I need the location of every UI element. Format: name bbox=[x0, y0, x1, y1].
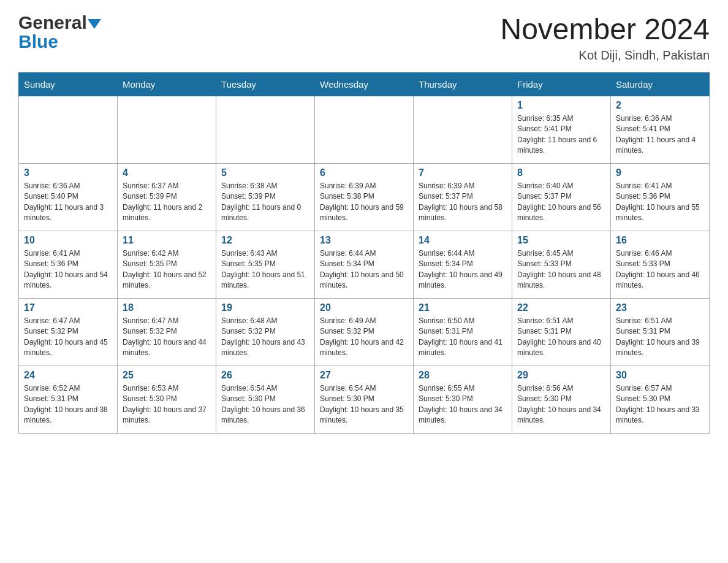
calendar-cell: 28Sunrise: 6:55 AM Sunset: 5:30 PM Dayli… bbox=[414, 366, 512, 434]
day-info: Sunrise: 6:39 AM Sunset: 5:37 PM Dayligh… bbox=[419, 181, 507, 224]
day-number: 4 bbox=[123, 167, 211, 178]
day-number: 15 bbox=[517, 235, 605, 246]
day-number: 2 bbox=[616, 100, 704, 111]
calendar-cell: 23Sunrise: 6:51 AM Sunset: 5:31 PM Dayli… bbox=[611, 299, 710, 366]
calendar-cell: 7Sunrise: 6:39 AM Sunset: 5:37 PM Daylig… bbox=[414, 164, 512, 231]
calendar-cell bbox=[414, 96, 512, 164]
weekday-header-friday: Friday bbox=[512, 73, 611, 96]
day-info: Sunrise: 6:49 AM Sunset: 5:32 PM Dayligh… bbox=[320, 316, 408, 359]
calendar-week-row: 10Sunrise: 6:41 AM Sunset: 5:36 PM Dayli… bbox=[19, 231, 710, 299]
day-number: 30 bbox=[616, 370, 704, 381]
day-number: 8 bbox=[517, 167, 605, 178]
day-number: 19 bbox=[221, 302, 309, 313]
calendar-cell: 25Sunrise: 6:53 AM Sunset: 5:30 PM Dayli… bbox=[118, 366, 216, 434]
calendar-cell: 11Sunrise: 6:42 AM Sunset: 5:35 PM Dayli… bbox=[118, 231, 216, 299]
day-number: 25 bbox=[123, 370, 211, 381]
calendar-cell: 20Sunrise: 6:49 AM Sunset: 5:32 PM Dayli… bbox=[315, 299, 414, 366]
title-area: November 2024 Kot Diji, Sindh, Pakistan bbox=[500, 12, 710, 63]
day-info: Sunrise: 6:37 AM Sunset: 5:39 PM Dayligh… bbox=[123, 181, 211, 224]
calendar-cell: 12Sunrise: 6:43 AM Sunset: 5:35 PM Dayli… bbox=[216, 231, 315, 299]
calendar-cell: 3Sunrise: 6:36 AM Sunset: 5:40 PM Daylig… bbox=[19, 164, 118, 231]
weekday-header-tuesday: Tuesday bbox=[216, 73, 315, 96]
day-number: 1 bbox=[517, 100, 605, 111]
day-number: 5 bbox=[221, 167, 309, 178]
calendar-cell bbox=[118, 96, 216, 164]
calendar-cell: 26Sunrise: 6:54 AM Sunset: 5:30 PM Dayli… bbox=[216, 366, 315, 434]
day-info: Sunrise: 6:46 AM Sunset: 5:33 PM Dayligh… bbox=[616, 248, 704, 291]
calendar-cell: 5Sunrise: 6:38 AM Sunset: 5:39 PM Daylig… bbox=[216, 164, 315, 231]
calendar-cell: 6Sunrise: 6:39 AM Sunset: 5:38 PM Daylig… bbox=[315, 164, 414, 231]
day-info: Sunrise: 6:36 AM Sunset: 5:41 PM Dayligh… bbox=[616, 113, 704, 156]
day-number: 22 bbox=[517, 302, 605, 313]
day-number: 11 bbox=[123, 235, 211, 246]
day-number: 26 bbox=[221, 370, 309, 381]
day-info: Sunrise: 6:36 AM Sunset: 5:40 PM Dayligh… bbox=[24, 181, 112, 224]
calendar-cell: 10Sunrise: 6:41 AM Sunset: 5:36 PM Dayli… bbox=[19, 231, 118, 299]
calendar-week-row: 1Sunrise: 6:35 AM Sunset: 5:41 PM Daylig… bbox=[19, 96, 710, 164]
calendar-cell: 21Sunrise: 6:50 AM Sunset: 5:31 PM Dayli… bbox=[414, 299, 512, 366]
day-info: Sunrise: 6:53 AM Sunset: 5:30 PM Dayligh… bbox=[123, 383, 211, 426]
calendar-cell: 27Sunrise: 6:54 AM Sunset: 5:30 PM Dayli… bbox=[315, 366, 414, 434]
day-number: 17 bbox=[24, 302, 112, 313]
day-info: Sunrise: 6:51 AM Sunset: 5:31 PM Dayligh… bbox=[616, 316, 704, 359]
calendar-cell: 29Sunrise: 6:56 AM Sunset: 5:30 PM Dayli… bbox=[512, 366, 611, 434]
day-info: Sunrise: 6:43 AM Sunset: 5:35 PM Dayligh… bbox=[221, 248, 309, 291]
day-info: Sunrise: 6:52 AM Sunset: 5:31 PM Dayligh… bbox=[24, 383, 112, 426]
day-number: 27 bbox=[320, 370, 408, 381]
calendar-cell: 16Sunrise: 6:46 AM Sunset: 5:33 PM Dayli… bbox=[611, 231, 710, 299]
day-number: 6 bbox=[320, 167, 408, 178]
day-number: 28 bbox=[419, 370, 507, 381]
day-info: Sunrise: 6:54 AM Sunset: 5:30 PM Dayligh… bbox=[320, 383, 408, 426]
weekday-header-thursday: Thursday bbox=[414, 73, 512, 96]
calendar-cell: 19Sunrise: 6:48 AM Sunset: 5:32 PM Dayli… bbox=[216, 299, 315, 366]
calendar-cell bbox=[216, 96, 315, 164]
logo-blue: Blue bbox=[18, 31, 58, 52]
calendar-cell: 18Sunrise: 6:47 AM Sunset: 5:32 PM Dayli… bbox=[118, 299, 216, 366]
day-info: Sunrise: 6:47 AM Sunset: 5:32 PM Dayligh… bbox=[24, 316, 112, 359]
calendar-cell: 13Sunrise: 6:44 AM Sunset: 5:34 PM Dayli… bbox=[315, 231, 414, 299]
day-number: 7 bbox=[419, 167, 507, 178]
day-info: Sunrise: 6:42 AM Sunset: 5:35 PM Dayligh… bbox=[123, 248, 211, 291]
calendar-cell: 30Sunrise: 6:57 AM Sunset: 5:30 PM Dayli… bbox=[611, 366, 710, 434]
calendar-week-row: 3Sunrise: 6:36 AM Sunset: 5:40 PM Daylig… bbox=[19, 164, 710, 231]
day-number: 20 bbox=[320, 302, 408, 313]
logo-triangle-icon bbox=[88, 19, 101, 29]
day-info: Sunrise: 6:56 AM Sunset: 5:30 PM Dayligh… bbox=[517, 383, 605, 426]
calendar-cell: 8Sunrise: 6:40 AM Sunset: 5:37 PM Daylig… bbox=[512, 164, 611, 231]
day-info: Sunrise: 6:48 AM Sunset: 5:32 PM Dayligh… bbox=[221, 316, 309, 359]
calendar-subtitle: Kot Diji, Sindh, Pakistan bbox=[500, 48, 710, 63]
logo: General Blue bbox=[18, 12, 102, 52]
day-info: Sunrise: 6:41 AM Sunset: 5:36 PM Dayligh… bbox=[616, 181, 704, 224]
calendar-cell: 22Sunrise: 6:51 AM Sunset: 5:31 PM Dayli… bbox=[512, 299, 611, 366]
day-info: Sunrise: 6:54 AM Sunset: 5:30 PM Dayligh… bbox=[221, 383, 309, 426]
calendar-cell: 15Sunrise: 6:45 AM Sunset: 5:33 PM Dayli… bbox=[512, 231, 611, 299]
weekday-header-row: SundayMondayTuesdayWednesdayThursdayFrid… bbox=[19, 73, 710, 96]
calendar-week-row: 17Sunrise: 6:47 AM Sunset: 5:32 PM Dayli… bbox=[19, 299, 710, 366]
calendar-cell bbox=[315, 96, 414, 164]
calendar-cell: 9Sunrise: 6:41 AM Sunset: 5:36 PM Daylig… bbox=[611, 164, 710, 231]
day-info: Sunrise: 6:35 AM Sunset: 5:41 PM Dayligh… bbox=[517, 113, 605, 156]
calendar-cell: 14Sunrise: 6:44 AM Sunset: 5:34 PM Dayli… bbox=[414, 231, 512, 299]
calendar-week-row: 24Sunrise: 6:52 AM Sunset: 5:31 PM Dayli… bbox=[19, 366, 710, 434]
day-info: Sunrise: 6:57 AM Sunset: 5:30 PM Dayligh… bbox=[616, 383, 704, 426]
calendar-cell: 4Sunrise: 6:37 AM Sunset: 5:39 PM Daylig… bbox=[118, 164, 216, 231]
day-info: Sunrise: 6:47 AM Sunset: 5:32 PM Dayligh… bbox=[123, 316, 211, 359]
weekday-header-wednesday: Wednesday bbox=[315, 73, 414, 96]
day-info: Sunrise: 6:44 AM Sunset: 5:34 PM Dayligh… bbox=[320, 248, 408, 291]
day-number: 18 bbox=[123, 302, 211, 313]
page-header: General Blue November 2024 Kot Diji, Sin… bbox=[18, 12, 710, 63]
day-number: 14 bbox=[419, 235, 507, 246]
day-info: Sunrise: 6:39 AM Sunset: 5:38 PM Dayligh… bbox=[320, 181, 408, 224]
logo-general: General bbox=[18, 12, 87, 33]
day-number: 23 bbox=[616, 302, 704, 313]
day-number: 21 bbox=[419, 302, 507, 313]
day-number: 29 bbox=[517, 370, 605, 381]
day-info: Sunrise: 6:50 AM Sunset: 5:31 PM Dayligh… bbox=[419, 316, 507, 359]
weekday-header-monday: Monday bbox=[118, 73, 216, 96]
calendar-cell: 2Sunrise: 6:36 AM Sunset: 5:41 PM Daylig… bbox=[611, 96, 710, 164]
day-info: Sunrise: 6:55 AM Sunset: 5:30 PM Dayligh… bbox=[419, 383, 507, 426]
day-info: Sunrise: 6:41 AM Sunset: 5:36 PM Dayligh… bbox=[24, 248, 112, 291]
day-info: Sunrise: 6:51 AM Sunset: 5:31 PM Dayligh… bbox=[517, 316, 605, 359]
day-number: 24 bbox=[24, 370, 112, 381]
day-info: Sunrise: 6:40 AM Sunset: 5:37 PM Dayligh… bbox=[517, 181, 605, 224]
